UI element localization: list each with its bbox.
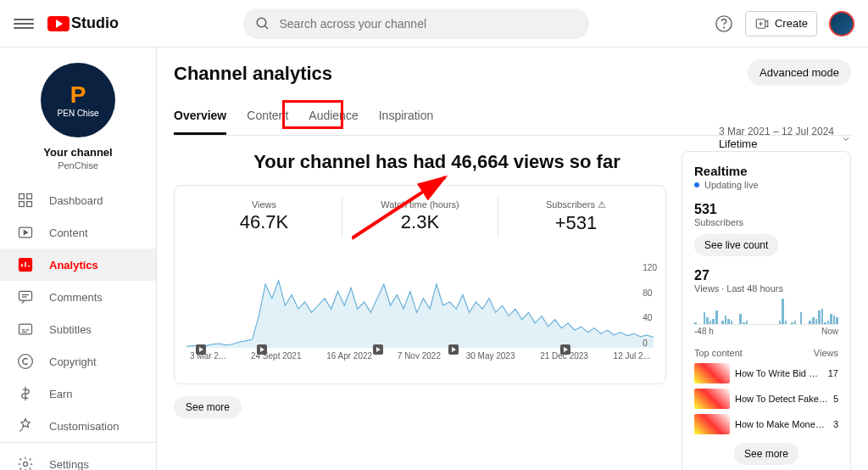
- sidebar-item-customisation[interactable]: Customisation: [0, 410, 156, 442]
- nav-footer: SettingsSend feedback: [0, 442, 156, 470]
- svg-point-0: [258, 18, 267, 27]
- search-input[interactable]: [279, 17, 577, 31]
- views-chart[interactable]: 12080400 3 Mar 2...24 Sept 202116 Apr 20…: [186, 263, 654, 373]
- metric-1[interactable]: Watch time (hours)2.3K: [342, 196, 498, 238]
- video-thumbnail: [694, 414, 730, 434]
- account-avatar[interactable]: [829, 11, 854, 36]
- sidebar-item-comments[interactable]: Comments: [0, 281, 156, 313]
- sidebar-item-earn[interactable]: Earn: [0, 378, 156, 410]
- top-content-row-1[interactable]: How To Detect Fake Clients ...5: [694, 389, 838, 409]
- realtime-live-indicator: Updating live: [694, 180, 838, 190]
- logo-text: Studio: [71, 14, 119, 32]
- svg-rect-16: [19, 324, 32, 334]
- see-more-button[interactable]: See more: [174, 396, 242, 418]
- youtube-icon: [47, 16, 70, 31]
- main: Channel analytics Advanced mode 3 Mar 20…: [157, 48, 868, 470]
- metric-0[interactable]: Views46.7K: [186, 196, 342, 238]
- settings-icon: [17, 456, 34, 470]
- tab-content[interactable]: Content: [247, 102, 288, 135]
- realtime-subscribers-label: Subscribers: [694, 217, 838, 227]
- realtime-mini-chart: [694, 299, 838, 324]
- mini-chart-left-label: -48 h: [694, 327, 714, 336]
- metrics-card: Views46.7KWatch time (hours)2.3KSubscrib…: [174, 185, 666, 384]
- channel-name: PenChise: [58, 160, 98, 171]
- channel-avatar: P PEN Chise: [41, 63, 115, 137]
- create-button[interactable]: Create: [745, 11, 817, 36]
- subtitles-icon: [17, 321, 34, 338]
- header: Studio Create: [0, 0, 868, 48]
- video-thumbnail: [694, 389, 730, 409]
- sidebar-item-settings[interactable]: Settings: [0, 448, 156, 470]
- youtube-studio-logo[interactable]: Studio: [47, 14, 119, 32]
- nav: DashboardContentAnalyticsCommentsSubtitl…: [0, 184, 156, 442]
- svg-rect-9: [19, 202, 25, 207]
- svg-point-21: [24, 462, 28, 467]
- svg-rect-8: [27, 194, 32, 199]
- tab-audience[interactable]: Audience: [309, 102, 358, 135]
- sidebar-item-analytics[interactable]: Analytics: [0, 249, 156, 281]
- create-label: Create: [775, 17, 808, 30]
- sidebar-item-copyright[interactable]: Copyright: [0, 345, 156, 378]
- earn-icon: [17, 385, 34, 402]
- metric-2[interactable]: Subscribers ⚠+531: [498, 196, 654, 238]
- svg-rect-7: [19, 194, 25, 199]
- realtime-card: Realtime Updating live 531 Subscribers S…: [682, 151, 851, 470]
- analytics-icon: [17, 256, 34, 273]
- tabs: OverviewContentAudienceInspiration: [174, 102, 851, 136]
- create-icon: [754, 16, 770, 31]
- search-icon: [255, 16, 270, 31]
- help-icon[interactable]: [715, 14, 733, 33]
- dashboard-icon: [17, 192, 34, 209]
- advanced-mode-button[interactable]: Advanced mode: [748, 59, 851, 86]
- realtime-title: Realtime: [694, 164, 838, 178]
- hamburger-menu-icon[interactable]: [14, 14, 34, 34]
- date-preset: Lifetime: [719, 137, 834, 150]
- search-box[interactable]: [243, 8, 589, 39]
- top-content-row-0[interactable]: How To Write Bid Proposal i...17: [694, 363, 838, 383]
- svg-rect-10: [27, 202, 32, 207]
- svg-point-3: [724, 27, 725, 28]
- top-content-row-2[interactable]: How to Make Money on Freel...3: [694, 414, 838, 434]
- sidebar-item-content[interactable]: Content: [0, 216, 156, 249]
- sidebar-item-dashboard[interactable]: Dashboard: [0, 184, 156, 216]
- mini-chart-right-label: Now: [821, 327, 838, 336]
- top-content-views-label: Views: [814, 348, 838, 358]
- comments-icon: [17, 288, 34, 305]
- realtime-subscribers-value: 531: [694, 202, 838, 217]
- realtime-views48-label: Views · Last 48 hours: [694, 283, 838, 294]
- headline: Your channel has had 46,664 views so far: [208, 151, 666, 173]
- svg-line-1: [265, 25, 269, 29]
- content-icon: [17, 224, 34, 241]
- top-content-label: Top content: [694, 348, 743, 358]
- sidebar: P PEN Chise Your channel PenChise Dashbo…: [0, 48, 157, 470]
- channel-title: Your channel: [43, 146, 112, 159]
- channel-card[interactable]: P PEN Chise Your channel PenChise: [0, 48, 156, 184]
- tab-inspiration[interactable]: Inspiration: [379, 102, 434, 135]
- realtime-see-more-button[interactable]: See more: [734, 443, 798, 465]
- tab-overview[interactable]: Overview: [174, 102, 226, 135]
- realtime-views48-value: 27: [694, 268, 838, 283]
- svg-point-20: [19, 355, 33, 369]
- video-thumbnail: [694, 363, 730, 383]
- customisation-icon: [17, 417, 34, 434]
- sidebar-item-subtitles[interactable]: Subtitles: [0, 313, 156, 345]
- see-live-count-button[interactable]: See live count: [694, 234, 778, 256]
- svg-rect-13: [19, 291, 32, 300]
- copyright-icon: [17, 353, 34, 370]
